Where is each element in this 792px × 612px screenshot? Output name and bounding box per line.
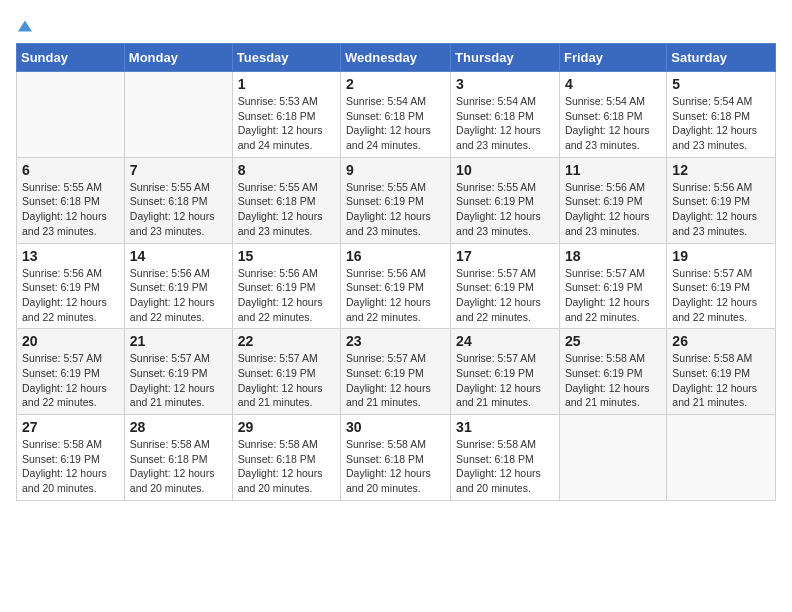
- day-number: 16: [346, 248, 445, 264]
- calendar-table: SundayMondayTuesdayWednesdayThursdayFrid…: [16, 43, 776, 501]
- day-info: Sunrise: 5:57 AM Sunset: 6:19 PM Dayligh…: [130, 351, 227, 410]
- day-number: 3: [456, 76, 554, 92]
- weekday-header: Thursday: [451, 44, 560, 72]
- calendar-cell: 24Sunrise: 5:57 AM Sunset: 6:19 PM Dayli…: [451, 329, 560, 415]
- day-info: Sunrise: 5:58 AM Sunset: 6:18 PM Dayligh…: [456, 437, 554, 496]
- calendar-cell: 5Sunrise: 5:54 AM Sunset: 6:18 PM Daylig…: [667, 72, 776, 158]
- day-number: 28: [130, 419, 227, 435]
- day-number: 23: [346, 333, 445, 349]
- calendar-cell: 20Sunrise: 5:57 AM Sunset: 6:19 PM Dayli…: [17, 329, 125, 415]
- day-number: 11: [565, 162, 661, 178]
- day-info: Sunrise: 5:56 AM Sunset: 6:19 PM Dayligh…: [672, 180, 770, 239]
- day-number: 29: [238, 419, 335, 435]
- logo: [16, 16, 32, 33]
- day-number: 22: [238, 333, 335, 349]
- day-number: 13: [22, 248, 119, 264]
- calendar-header-row: SundayMondayTuesdayWednesdayThursdayFrid…: [17, 44, 776, 72]
- day-number: 18: [565, 248, 661, 264]
- day-info: Sunrise: 5:58 AM Sunset: 6:18 PM Dayligh…: [238, 437, 335, 496]
- day-info: Sunrise: 5:57 AM Sunset: 6:19 PM Dayligh…: [456, 266, 554, 325]
- calendar-cell: 27Sunrise: 5:58 AM Sunset: 6:19 PM Dayli…: [17, 415, 125, 501]
- calendar-week-row: 27Sunrise: 5:58 AM Sunset: 6:19 PM Dayli…: [17, 415, 776, 501]
- day-number: 27: [22, 419, 119, 435]
- day-info: Sunrise: 5:56 AM Sunset: 6:19 PM Dayligh…: [130, 266, 227, 325]
- calendar-cell: 26Sunrise: 5:58 AM Sunset: 6:19 PM Dayli…: [667, 329, 776, 415]
- day-info: Sunrise: 5:55 AM Sunset: 6:19 PM Dayligh…: [456, 180, 554, 239]
- day-number: 25: [565, 333, 661, 349]
- day-info: Sunrise: 5:57 AM Sunset: 6:19 PM Dayligh…: [238, 351, 335, 410]
- calendar-cell: 16Sunrise: 5:56 AM Sunset: 6:19 PM Dayli…: [341, 243, 451, 329]
- day-number: 12: [672, 162, 770, 178]
- calendar-cell: 3Sunrise: 5:54 AM Sunset: 6:18 PM Daylig…: [451, 72, 560, 158]
- svg-marker-0: [18, 20, 32, 31]
- day-info: Sunrise: 5:54 AM Sunset: 6:18 PM Dayligh…: [456, 94, 554, 153]
- calendar-cell: [124, 72, 232, 158]
- day-info: Sunrise: 5:56 AM Sunset: 6:19 PM Dayligh…: [565, 180, 661, 239]
- weekday-header: Friday: [559, 44, 666, 72]
- calendar-cell: 6Sunrise: 5:55 AM Sunset: 6:18 PM Daylig…: [17, 157, 125, 243]
- day-number: 5: [672, 76, 770, 92]
- day-number: 2: [346, 76, 445, 92]
- day-number: 15: [238, 248, 335, 264]
- logo-icon: [18, 19, 32, 33]
- weekday-header: Sunday: [17, 44, 125, 72]
- day-number: 9: [346, 162, 445, 178]
- calendar-cell: 12Sunrise: 5:56 AM Sunset: 6:19 PM Dayli…: [667, 157, 776, 243]
- calendar-cell: 30Sunrise: 5:58 AM Sunset: 6:18 PM Dayli…: [341, 415, 451, 501]
- day-number: 20: [22, 333, 119, 349]
- day-number: 8: [238, 162, 335, 178]
- day-info: Sunrise: 5:58 AM Sunset: 6:18 PM Dayligh…: [346, 437, 445, 496]
- day-info: Sunrise: 5:58 AM Sunset: 6:19 PM Dayligh…: [672, 351, 770, 410]
- day-info: Sunrise: 5:55 AM Sunset: 6:19 PM Dayligh…: [346, 180, 445, 239]
- day-info: Sunrise: 5:56 AM Sunset: 6:19 PM Dayligh…: [238, 266, 335, 325]
- calendar-cell: 10Sunrise: 5:55 AM Sunset: 6:19 PM Dayli…: [451, 157, 560, 243]
- day-info: Sunrise: 5:57 AM Sunset: 6:19 PM Dayligh…: [456, 351, 554, 410]
- day-info: Sunrise: 5:58 AM Sunset: 6:19 PM Dayligh…: [22, 437, 119, 496]
- calendar-cell: 8Sunrise: 5:55 AM Sunset: 6:18 PM Daylig…: [232, 157, 340, 243]
- day-number: 10: [456, 162, 554, 178]
- calendar-week-row: 20Sunrise: 5:57 AM Sunset: 6:19 PM Dayli…: [17, 329, 776, 415]
- weekday-header: Tuesday: [232, 44, 340, 72]
- day-info: Sunrise: 5:57 AM Sunset: 6:19 PM Dayligh…: [346, 351, 445, 410]
- calendar-week-row: 1Sunrise: 5:53 AM Sunset: 6:18 PM Daylig…: [17, 72, 776, 158]
- day-info: Sunrise: 5:58 AM Sunset: 6:18 PM Dayligh…: [130, 437, 227, 496]
- calendar-cell: 22Sunrise: 5:57 AM Sunset: 6:19 PM Dayli…: [232, 329, 340, 415]
- calendar-cell: 25Sunrise: 5:58 AM Sunset: 6:19 PM Dayli…: [559, 329, 666, 415]
- calendar-cell: 31Sunrise: 5:58 AM Sunset: 6:18 PM Dayli…: [451, 415, 560, 501]
- calendar-cell: 1Sunrise: 5:53 AM Sunset: 6:18 PM Daylig…: [232, 72, 340, 158]
- day-info: Sunrise: 5:54 AM Sunset: 6:18 PM Dayligh…: [672, 94, 770, 153]
- weekday-header: Saturday: [667, 44, 776, 72]
- day-info: Sunrise: 5:55 AM Sunset: 6:18 PM Dayligh…: [238, 180, 335, 239]
- day-info: Sunrise: 5:57 AM Sunset: 6:19 PM Dayligh…: [22, 351, 119, 410]
- calendar-week-row: 13Sunrise: 5:56 AM Sunset: 6:19 PM Dayli…: [17, 243, 776, 329]
- day-number: 31: [456, 419, 554, 435]
- calendar-cell: 7Sunrise: 5:55 AM Sunset: 6:18 PM Daylig…: [124, 157, 232, 243]
- calendar-cell: 17Sunrise: 5:57 AM Sunset: 6:19 PM Dayli…: [451, 243, 560, 329]
- day-info: Sunrise: 5:56 AM Sunset: 6:19 PM Dayligh…: [346, 266, 445, 325]
- calendar-cell: [559, 415, 666, 501]
- calendar-week-row: 6Sunrise: 5:55 AM Sunset: 6:18 PM Daylig…: [17, 157, 776, 243]
- day-info: Sunrise: 5:57 AM Sunset: 6:19 PM Dayligh…: [672, 266, 770, 325]
- day-number: 4: [565, 76, 661, 92]
- day-info: Sunrise: 5:56 AM Sunset: 6:19 PM Dayligh…: [22, 266, 119, 325]
- day-number: 6: [22, 162, 119, 178]
- day-info: Sunrise: 5:54 AM Sunset: 6:18 PM Dayligh…: [565, 94, 661, 153]
- calendar-cell: 28Sunrise: 5:58 AM Sunset: 6:18 PM Dayli…: [124, 415, 232, 501]
- day-number: 21: [130, 333, 227, 349]
- weekday-header: Wednesday: [341, 44, 451, 72]
- calendar-cell: 19Sunrise: 5:57 AM Sunset: 6:19 PM Dayli…: [667, 243, 776, 329]
- day-number: 17: [456, 248, 554, 264]
- day-number: 24: [456, 333, 554, 349]
- weekday-header: Monday: [124, 44, 232, 72]
- day-info: Sunrise: 5:58 AM Sunset: 6:19 PM Dayligh…: [565, 351, 661, 410]
- calendar-cell: 15Sunrise: 5:56 AM Sunset: 6:19 PM Dayli…: [232, 243, 340, 329]
- day-info: Sunrise: 5:55 AM Sunset: 6:18 PM Dayligh…: [22, 180, 119, 239]
- calendar-cell: 14Sunrise: 5:56 AM Sunset: 6:19 PM Dayli…: [124, 243, 232, 329]
- calendar-cell: 2Sunrise: 5:54 AM Sunset: 6:18 PM Daylig…: [341, 72, 451, 158]
- day-number: 7: [130, 162, 227, 178]
- day-info: Sunrise: 5:53 AM Sunset: 6:18 PM Dayligh…: [238, 94, 335, 153]
- day-info: Sunrise: 5:55 AM Sunset: 6:18 PM Dayligh…: [130, 180, 227, 239]
- day-number: 1: [238, 76, 335, 92]
- calendar-cell: 9Sunrise: 5:55 AM Sunset: 6:19 PM Daylig…: [341, 157, 451, 243]
- day-number: 26: [672, 333, 770, 349]
